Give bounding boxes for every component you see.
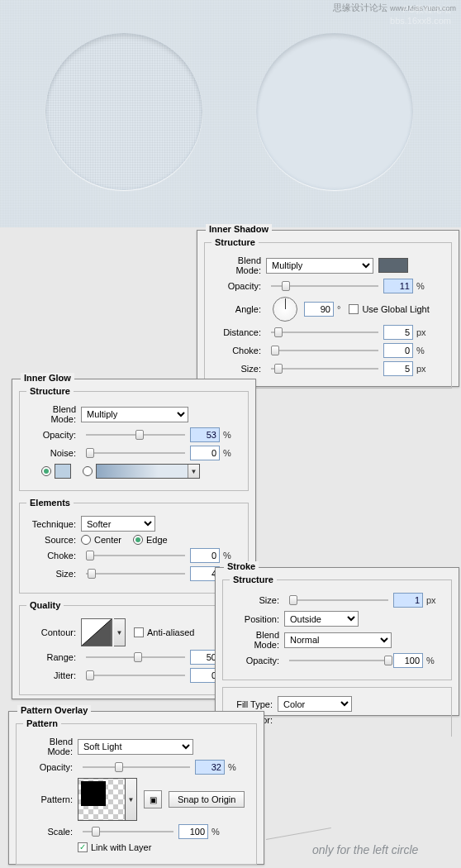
panel-title: Inner Shadow [206,224,272,227]
preview-circle-left [45,33,202,190]
preview-circle-right [256,33,413,190]
preview-area: 思缘设计论坛 www.MissYuan.com PS教程论坛bbs.16xx8.… [0,0,461,227]
watermark: 思缘设计论坛 www.MissYuan.com PS教程论坛bbs.16xx8.… [333,2,456,14]
